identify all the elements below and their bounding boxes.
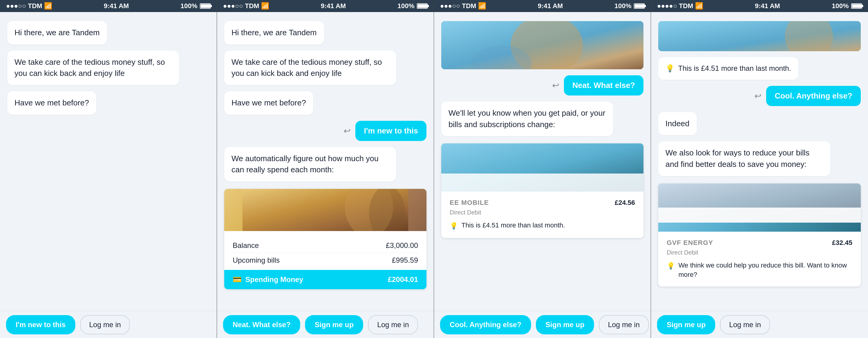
time-4: 9:41 AM: [755, 2, 780, 10]
msg-3-user: Neat. What else?: [564, 75, 644, 96]
spending-card-2: Balance £3,000.00 Upcoming bills £995.59…: [224, 189, 427, 289]
bill-card-image-3: [441, 143, 644, 192]
bills-value: £995.59: [392, 256, 418, 265]
svg-point-9: [785, 21, 833, 51]
bill-header-3: EE MOBILE £24.56: [450, 199, 635, 207]
battery-icon-2: [417, 3, 428, 9]
status-bar-1: ●●●○○ TDM 📶 9:41 AM 100%: [0, 0, 217, 12]
reply-row-3: ↩ Neat. What else?: [441, 75, 644, 96]
signal-dots-2: ●●●○○: [223, 2, 243, 10]
alert-icon-4: 💡: [667, 262, 675, 271]
signal-dots-1: ●●●○○: [6, 2, 26, 10]
svg-rect-11: [658, 208, 861, 223]
bill-note-text-3: This is £4.51 more than last month.: [461, 221, 565, 230]
msg-1-2: Have we met before?: [7, 91, 96, 115]
cool-button-3[interactable]: Cool. Anything else?: [440, 315, 531, 334]
status-right-4: 100%: [832, 2, 862, 10]
battery-label-1: 100%: [181, 2, 197, 10]
sign-up-button-2[interactable]: Sign me up: [305, 315, 363, 334]
msg-1-1: We take care of the tedious money stuff,…: [7, 50, 179, 85]
bill-note-3: 💡 This is £4.51 more than last month.: [450, 221, 635, 231]
wifi-icon-2: 📶: [261, 2, 269, 10]
bottom-bar-1: I'm new to this Log me in: [0, 311, 217, 338]
chat-area-3: ↩ Neat. What else? We'll let you know wh…: [434, 12, 651, 311]
msg-4-user: Cool. Anything else?: [766, 86, 861, 106]
carrier-1: TDM: [28, 2, 42, 10]
svg-point-2: [369, 189, 405, 231]
alert-icon-3: 💡: [450, 222, 458, 231]
status-left-1: ●●●○○ TDM 📶: [6, 2, 52, 10]
top-image-4: [658, 21, 861, 51]
msg-2-0: Hi there, we are Tandem: [224, 21, 324, 44]
bottom-bar-4: Sign me up Log me in: [651, 311, 868, 338]
bill-company-3: EE MOBILE: [450, 199, 489, 207]
battery-icon-4: [851, 3, 862, 9]
card-row-bills: Upcoming bills £995.59: [233, 253, 418, 268]
time-2: 9:41 AM: [321, 2, 346, 10]
log-in-button-3[interactable]: Log me in: [599, 315, 649, 334]
bottom-bar-3: Cool. Anything else? Sign me up Log me i…: [434, 311, 651, 338]
status-bar-2: ●●●○○ TDM 📶 9:41 AM 100%: [217, 0, 434, 12]
balance-value: £3,000.00: [386, 241, 418, 250]
msg-2-1: We take care of the tedious money stuff,…: [224, 50, 396, 85]
bill-card-content-4: GVF ENERGY £32.45 Direct Debit 💡 We thin…: [658, 232, 861, 287]
balance-label: Balance: [233, 241, 259, 250]
bill-note-text-4: We think we could help you reduce this b…: [678, 261, 852, 279]
bill-amount-3: £24.56: [615, 199, 635, 207]
status-right-3: 100%: [615, 2, 645, 10]
bill-company-4: GVF ENERGY: [667, 239, 713, 247]
bill-card-image-4: [658, 183, 861, 232]
carrier-2: TDM: [245, 2, 259, 10]
status-left-2: ●●●○○ TDM 📶: [223, 2, 269, 10]
chat-area-4: 💡 This is £4.51 more than last month. ↩ …: [651, 12, 868, 311]
status-right-2: 100%: [398, 2, 428, 10]
wifi-icon-3: 📶: [478, 2, 486, 10]
card-image-2: [224, 189, 427, 231]
card-row-balance: Balance £3,000.00: [233, 238, 418, 253]
person-image-3: [441, 21, 644, 69]
signal-dots-3: ●●●○○: [440, 2, 460, 10]
status-bar-4: ●●●●○ TDM 📶 9:41 AM 100%: [651, 0, 868, 12]
phone-screen-2: ●●●○○ TDM 📶 9:41 AM 100% Hi there, we ar…: [217, 0, 434, 338]
card-body-2: Balance £3,000.00 Upcoming bills £995.59: [224, 231, 427, 268]
wifi-icon-1: 📶: [44, 2, 52, 10]
log-in-button-1[interactable]: Log me in: [80, 315, 130, 334]
bill-note-4: 💡 We think we could help you reduce this…: [667, 261, 852, 279]
new-to-this-button-1[interactable]: I'm new to this: [6, 315, 75, 334]
notification-msg-4: 💡 This is £4.51 more than last month.: [658, 57, 798, 80]
reply-row-4: ↩ Cool. Anything else?: [658, 86, 861, 106]
carrier-3: TDM: [462, 2, 476, 10]
wallet-icon: 💳: [233, 275, 242, 284]
neat-button-2[interactable]: Neat. What else?: [223, 315, 300, 334]
bill-card-3: EE MOBILE £24.56 Direct Debit 💡 This is …: [441, 143, 644, 238]
battery-icon-1: [200, 3, 211, 9]
battery-label-4: 100%: [832, 2, 849, 10]
reply-arrow-3: ↩: [552, 80, 559, 90]
status-right-1: 100%: [181, 2, 211, 10]
log-in-button-2[interactable]: Log me in: [368, 315, 418, 334]
bill-amount-4: £32.45: [832, 239, 852, 247]
msg-2-2: Have we met before?: [224, 91, 313, 115]
msg-3-bot: We'll let you know when you get paid, or…: [441, 102, 613, 136]
sign-up-button-3[interactable]: Sign me up: [536, 315, 594, 334]
notif-icon-4: 💡: [665, 63, 675, 74]
bill-card-4: GVF ENERGY £32.45 Direct Debit 💡 We thin…: [658, 183, 861, 287]
phone-screen-4: ●●●●○ TDM 📶 9:41 AM 100%: [651, 0, 868, 338]
bill-card-content-3: EE MOBILE £24.56 Direct Debit 💡 This is …: [441, 192, 644, 238]
svg-rect-7: [441, 173, 644, 192]
spending-value: £2004.01: [388, 275, 418, 284]
sign-up-button-4[interactable]: Sign me up: [657, 315, 715, 334]
bottom-bar-2: Neat. What else? Sign me up Log me in: [217, 311, 434, 338]
log-in-button-4[interactable]: Log me in: [720, 315, 770, 334]
reply-arrow-4: ↩: [754, 91, 761, 101]
status-left-3: ●●●○○ TDM 📶: [440, 2, 486, 10]
phone-screen-3: ●●●○○ TDM 📶 9:41 AM 100%: [434, 0, 651, 338]
msg-4-indeed: Indeed: [658, 112, 697, 136]
phone-screen-1: ●●●○○ TDM 📶 9:41 AM 100% Hi there, we ar…: [0, 0, 217, 338]
bill-type-4: Direct Debit: [667, 249, 852, 256]
battery-label-3: 100%: [615, 2, 631, 10]
card-highlight-left-2: 💳 Spending Money: [233, 275, 303, 284]
msg-2-4: We automatically figure out how much you…: [224, 147, 396, 182]
chat-area-2: Hi there, we are Tandem We take care of …: [217, 12, 434, 311]
reply-row-2: ↩ I'm new to this: [224, 121, 427, 141]
